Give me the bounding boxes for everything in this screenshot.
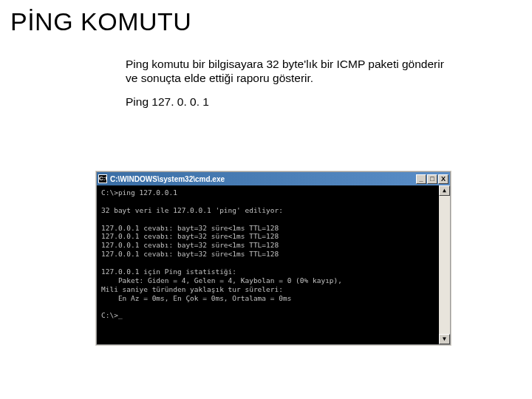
page-title: PİNG KOMUTU bbox=[0, 0, 532, 36]
minimize-button[interactable]: _ bbox=[416, 174, 426, 184]
description-block: Ping komutu bir bilgisayara 32 byte'lık … bbox=[126, 57, 451, 109]
window-controls: _ □ X bbox=[416, 174, 449, 184]
scroll-track[interactable] bbox=[439, 196, 450, 334]
maximize-button[interactable]: □ bbox=[427, 174, 437, 184]
description-text: Ping komutu bir bilgisayara 32 byte'lık … bbox=[126, 57, 451, 86]
example-command: Ping 127. 0. 0. 1 bbox=[126, 95, 451, 109]
scroll-down-button[interactable]: ▼ bbox=[439, 334, 450, 344]
close-button[interactable]: X bbox=[438, 174, 449, 184]
titlebar: C:\ C:\WINDOWS\system32\cmd.exe _ □ X bbox=[97, 172, 450, 185]
cmd-window: C:\ C:\WINDOWS\system32\cmd.exe _ □ X C:… bbox=[96, 171, 451, 345]
scroll-up-button[interactable]: ▲ bbox=[439, 185, 450, 196]
window-title: C:\WINDOWS\system32\cmd.exe bbox=[110, 175, 416, 183]
vertical-scrollbar[interactable]: ▲ ▼ bbox=[439, 185, 450, 344]
terminal-output: C:\>ping 127.0.0.1 32 bayt veri ile 127.… bbox=[97, 185, 450, 344]
system-menu-icon[interactable]: C:\ bbox=[98, 174, 107, 183]
